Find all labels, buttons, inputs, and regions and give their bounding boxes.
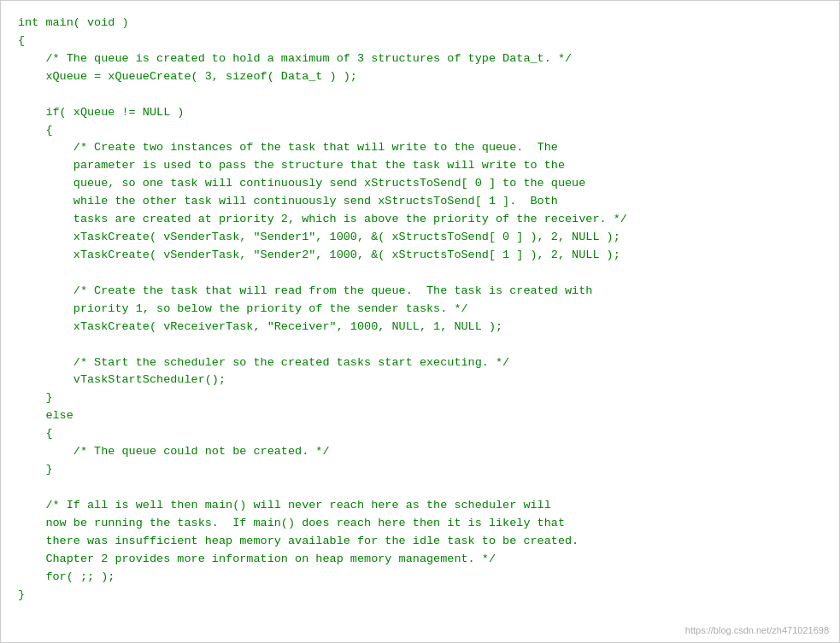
watermark: https://blog.csdn.net/zh471021698 xyxy=(685,625,829,635)
code-window: int main( void ) { /* The queue is creat… xyxy=(0,0,840,643)
code-block: int main( void ) { /* The queue is creat… xyxy=(18,15,822,604)
